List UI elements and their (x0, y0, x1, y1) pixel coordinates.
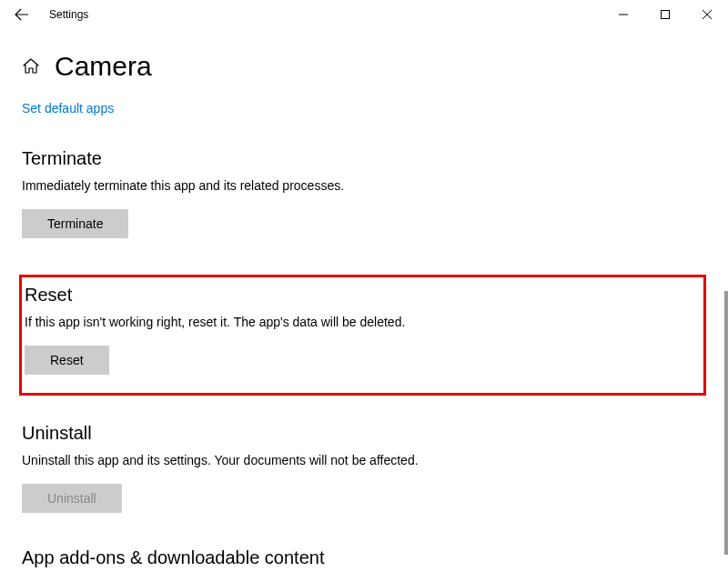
uninstall-description: Uninstall this app and its settings. You… (22, 453, 706, 467)
maximize-button[interactable] (644, 0, 686, 29)
minimize-button[interactable] (602, 0, 644, 29)
window-controls (602, 0, 728, 29)
window-title: Settings (49, 8, 88, 21)
reset-highlight-box: Reset If this app isn't working right, r… (19, 275, 706, 396)
close-button[interactable] (686, 0, 728, 29)
back-button[interactable] (7, 0, 36, 29)
arrow-left-icon (15, 7, 29, 22)
addons-heading-cutoff: App add-ons & downloadable content (22, 547, 324, 568)
scrollbar[interactable] (724, 291, 728, 555)
home-icon (22, 57, 40, 75)
page-title: Camera (55, 51, 152, 82)
reset-description: If this app isn't working right, reset i… (25, 315, 694, 329)
uninstall-button[interactable]: Uninstall (22, 484, 122, 513)
uninstall-heading: Uninstall (22, 423, 706, 444)
terminate-description: Immediately terminate this app and its r… (22, 178, 706, 193)
uninstall-section: Uninstall Uninstall this app and its set… (22, 423, 706, 513)
terminate-section: Terminate Immediately terminate this app… (22, 148, 706, 238)
terminate-button[interactable]: Terminate (22, 209, 128, 238)
maximize-icon (661, 10, 670, 19)
set-default-apps-link[interactable]: Set default apps (22, 101, 114, 115)
close-icon (703, 10, 712, 19)
terminate-heading: Terminate (22, 148, 706, 169)
reset-section: Reset If this app isn't working right, r… (22, 285, 694, 329)
minimize-icon (619, 10, 628, 19)
page-header: Camera (22, 51, 706, 82)
svg-rect-0 (662, 11, 670, 19)
content-area: Camera Set default apps Terminate Immedi… (0, 29, 728, 513)
reset-button[interactable]: Reset (25, 346, 109, 375)
titlebar: Settings (0, 0, 728, 29)
reset-heading: Reset (25, 285, 694, 306)
